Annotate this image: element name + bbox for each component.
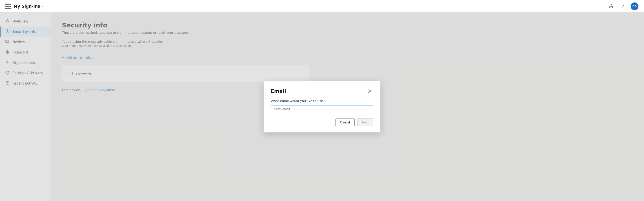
next-button: Next	[357, 118, 373, 126]
topbar: My Sign-Ins ▾ ? BS	[0, 0, 644, 12]
modal-overlay: Email What email would you like to use? …	[0, 12, 644, 201]
topbar-left: My Sign-Ins ▾	[6, 4, 43, 9]
email-dialog: Email What email would you like to use? …	[264, 81, 380, 132]
help-icon[interactable]: ?	[619, 2, 627, 10]
dialog-title: Email	[271, 88, 286, 94]
dialog-email-label: What email would you like to use?	[271, 99, 373, 103]
app-title-text: My Sign-Ins	[14, 4, 40, 8]
dialog-actions: Cancel Next	[271, 118, 373, 126]
app-title[interactable]: My Sign-Ins ▾	[14, 4, 43, 8]
topbar-right: ? BS	[607, 2, 638, 10]
apps-grid-icon[interactable]	[6, 4, 11, 9]
svg-rect-2	[612, 7, 613, 8]
cancel-button[interactable]: Cancel	[336, 118, 355, 126]
dialog-close-button[interactable]	[366, 88, 373, 95]
chevron-down-icon: ▾	[41, 5, 43, 8]
dialog-header: Email	[271, 88, 373, 95]
avatar[interactable]: BS	[630, 2, 638, 10]
network-icon[interactable]	[607, 2, 615, 10]
svg-rect-1	[609, 7, 610, 8]
svg-rect-0	[611, 4, 612, 5]
email-input[interactable]	[271, 105, 373, 113]
